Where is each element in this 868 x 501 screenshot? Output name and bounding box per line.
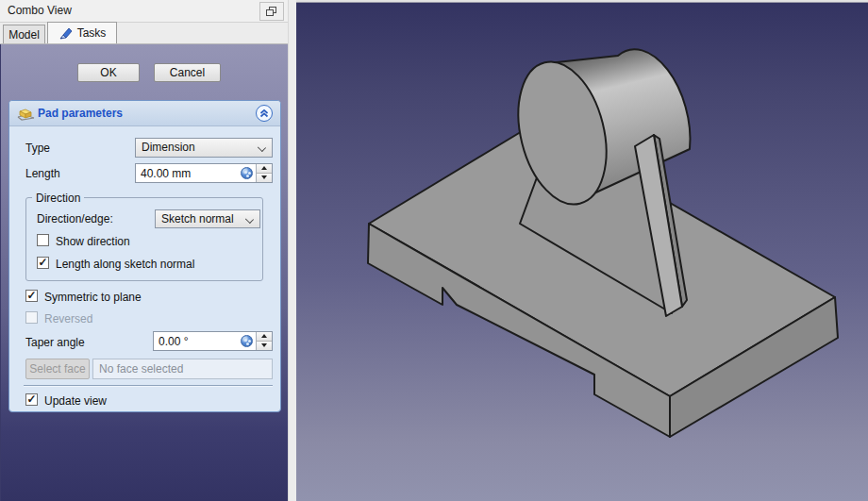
arrow-down-icon (261, 175, 267, 179)
length-input[interactable] (136, 164, 236, 182)
symmetric-checkbox[interactable]: ✓ (25, 290, 38, 302)
panel-title: Combo View (8, 4, 72, 17)
tasks-panel-body: OK Cancel Pad parameters (0, 44, 288, 501)
combo-view-panel: Combo View Model Tasks OK Cancel (0, 0, 288, 501)
direction-group-label: Direction (32, 192, 84, 205)
taper-angle-field (153, 331, 273, 351)
panel-titlebar: Combo View (0, 0, 288, 23)
reversed-checkbox[interactable] (25, 311, 38, 324)
type-value: Dimension (142, 141, 195, 154)
pad-parameters-box: Pad parameters Type Dimension Length (8, 100, 281, 412)
show-direction-label[interactable]: Show direction (56, 235, 130, 248)
select-face-button[interactable]: Select face (25, 359, 90, 379)
taper-angle-input[interactable] (154, 332, 236, 350)
direction-edge-label: Direction/edge: (37, 212, 113, 225)
face-field (92, 359, 273, 379)
pad-parameters-title: Pad parameters (38, 107, 123, 120)
length-along-normal-label[interactable]: Length along sketch normal (56, 258, 194, 271)
float-window-button[interactable] (259, 2, 284, 21)
update-view-label[interactable]: Update view (44, 394, 107, 408)
chevron-down-icon (258, 143, 266, 152)
face-input[interactable] (93, 359, 272, 378)
arrow-up-icon (261, 166, 267, 170)
restore-window-icon (266, 7, 277, 17)
collapse-icon (259, 109, 269, 118)
length-along-normal-checkbox[interactable]: ✓ (37, 257, 49, 269)
update-view-checkbox[interactable]: ✓ (25, 393, 38, 406)
spin-up-button[interactable] (257, 164, 272, 174)
collapse-button[interactable] (256, 105, 273, 122)
3d-viewport[interactable] (296, 0, 868, 501)
direction-edge-value: Sketch normal (161, 212, 234, 225)
taper-spinner (256, 332, 272, 350)
type-label: Type (25, 142, 50, 155)
cad-model (296, 0, 868, 501)
ok-button[interactable]: OK (77, 63, 140, 82)
show-direction-checkbox[interactable] (37, 234, 49, 246)
spin-up-button[interactable] (257, 332, 272, 342)
length-label: Length (25, 167, 60, 180)
pad-icon (17, 106, 35, 122)
type-combobox[interactable]: Dimension (135, 138, 273, 158)
direction-edge-combobox[interactable]: Sketch normal (155, 209, 260, 228)
taper-angle-label: Taper angle (25, 336, 85, 349)
tab-bar: Model Tasks (0, 23, 288, 44)
tab-tasks-label: Tasks (77, 26, 107, 40)
separator (24, 385, 273, 386)
arrow-down-icon (261, 343, 267, 347)
arrow-up-icon (261, 334, 267, 338)
spin-down-button[interactable] (257, 342, 272, 351)
length-field (135, 163, 273, 183)
expression-icon[interactable] (241, 335, 253, 347)
expression-icon[interactable] (241, 167, 253, 179)
pen-icon (58, 26, 73, 40)
pad-parameters-header[interactable]: Pad parameters (9, 101, 280, 126)
tab-model-label: Model (8, 28, 40, 42)
length-spinner (256, 164, 272, 182)
spin-down-button[interactable] (257, 174, 272, 183)
cancel-button[interactable]: Cancel (154, 63, 221, 82)
chevron-down-icon (245, 214, 254, 223)
panel-splitter[interactable] (288, 0, 296, 501)
tab-tasks[interactable]: Tasks (47, 22, 117, 43)
symmetric-label[interactable]: Symmetric to plane (44, 291, 142, 304)
reversed-label: Reversed (44, 312, 92, 326)
tab-model[interactable]: Model (3, 25, 45, 43)
